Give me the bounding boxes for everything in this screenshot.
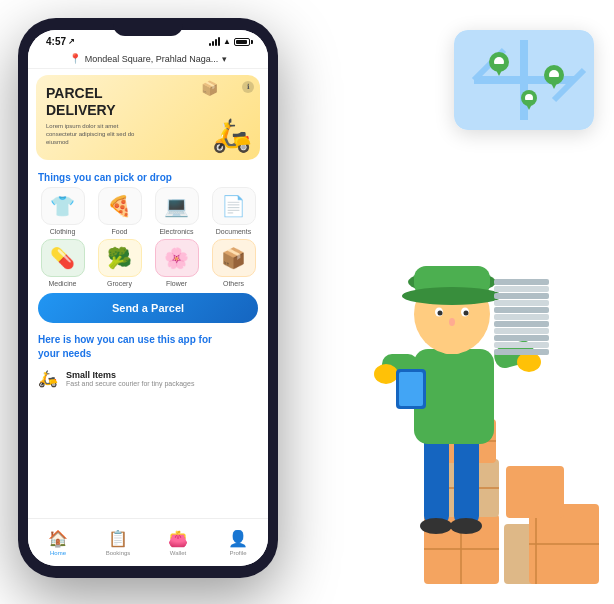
category-food[interactable]: 🍕 Food bbox=[93, 187, 146, 235]
category-grid-row1: 👕 Clothing 🍕 Food 💻 Electronics 📄 Docume… bbox=[28, 187, 268, 235]
scene: 4:57 ↗ ▲ 📍 Mondeal Square, Prahlad Naga.… bbox=[0, 0, 614, 604]
profile-icon: 👤 bbox=[228, 529, 248, 548]
category-documents[interactable]: 📄 Documents bbox=[207, 187, 260, 235]
things-section-title: Things you can pick or drop bbox=[28, 166, 268, 187]
grocery-icon: 🥦 bbox=[98, 239, 142, 277]
phone: 4:57 ↗ ▲ 📍 Mondeal Square, Prahlad Naga.… bbox=[18, 18, 278, 578]
svg-rect-44 bbox=[494, 286, 549, 292]
svg-rect-37 bbox=[494, 335, 549, 341]
category-medicine[interactable]: 💊 Medicine bbox=[36, 239, 89, 287]
wifi-icon: ▲ bbox=[223, 37, 231, 46]
medicine-label: Medicine bbox=[48, 280, 76, 287]
location-pin-icon: 📍 bbox=[69, 53, 81, 64]
nav-bookings-label: Bookings bbox=[106, 550, 131, 556]
others-icon: 📦 bbox=[212, 239, 256, 277]
food-label: Food bbox=[112, 228, 128, 235]
nav-profile[interactable]: 👤 Profile bbox=[208, 529, 268, 556]
medicine-icon: 💊 bbox=[41, 239, 85, 277]
nav-home[interactable]: 🏠 Home bbox=[28, 529, 88, 556]
svg-point-21 bbox=[374, 364, 398, 384]
flower-label: Flower bbox=[166, 280, 187, 287]
clothing-icon: 👕 bbox=[41, 187, 85, 225]
food-icon: 🍕 bbox=[98, 187, 142, 225]
small-items-row: 🛵 Small Items Fast and secure courier fo… bbox=[28, 365, 268, 396]
map-illustration bbox=[454, 30, 594, 130]
promo-banner: PARCELDELIVERY Lorem ipsum dolor sit ame… bbox=[36, 75, 260, 160]
electronics-icon: 💻 bbox=[155, 187, 199, 225]
info-icon[interactable]: ℹ bbox=[242, 81, 254, 93]
svg-rect-39 bbox=[494, 321, 549, 327]
small-items-title: Small Items bbox=[66, 370, 194, 380]
delivery-person-illustration bbox=[344, 194, 554, 574]
nav-wallet[interactable]: 👛 Wallet bbox=[148, 529, 208, 556]
notch bbox=[113, 18, 183, 36]
svg-point-17 bbox=[450, 518, 482, 534]
battery-icon bbox=[234, 38, 250, 46]
grocery-label: Grocery bbox=[107, 280, 132, 287]
svg-point-27 bbox=[402, 287, 502, 305]
clothing-label: Clothing bbox=[50, 228, 76, 235]
map-card bbox=[454, 30, 594, 130]
category-electronics[interactable]: 💻 Electronics bbox=[150, 187, 203, 235]
bottom-navigation: 🏠 Home 📋 Bookings 👛 Wallet 👤 Profile bbox=[28, 518, 268, 566]
svg-rect-36 bbox=[494, 342, 549, 348]
small-items-desc: Fast and secure courier for tiny package… bbox=[66, 380, 194, 387]
nav-home-label: Home bbox=[50, 550, 66, 556]
status-icons: ▲ bbox=[209, 37, 250, 46]
svg-rect-45 bbox=[494, 279, 549, 285]
arrow-icon: ↗ bbox=[68, 37, 75, 46]
category-grocery[interactable]: 🥦 Grocery bbox=[93, 239, 146, 287]
svg-rect-41 bbox=[494, 307, 549, 313]
small-items-text: Small Items Fast and secure courier for … bbox=[66, 370, 194, 387]
screen-content[interactable]: PARCELDELIVERY Lorem ipsum dolor sit ame… bbox=[28, 69, 268, 543]
documents-label: Documents bbox=[216, 228, 251, 235]
send-parcel-button[interactable]: Send a Parcel bbox=[38, 293, 258, 323]
category-flower[interactable]: 🌸 Flower bbox=[150, 239, 203, 287]
boxes-illustration: 📦 bbox=[201, 80, 218, 96]
svg-rect-15 bbox=[454, 434, 479, 524]
category-clothing[interactable]: 👕 Clothing bbox=[36, 187, 89, 235]
documents-icon: 📄 bbox=[212, 187, 256, 225]
nav-bookings[interactable]: 📋 Bookings bbox=[88, 529, 148, 556]
svg-rect-40 bbox=[494, 314, 549, 320]
phone-screen: 4:57 ↗ ▲ 📍 Mondeal Square, Prahlad Naga.… bbox=[28, 30, 268, 566]
location-text: Mondeal Square, Prahlad Naga... bbox=[85, 54, 219, 64]
svg-rect-38 bbox=[494, 328, 549, 334]
svg-point-31 bbox=[464, 311, 469, 316]
wallet-icon: 👛 bbox=[168, 529, 188, 548]
small-items-icon: 🛵 bbox=[38, 369, 58, 388]
banner-title: PARCELDELIVERY bbox=[46, 85, 250, 119]
svg-rect-14 bbox=[424, 434, 449, 524]
home-icon: 🏠 bbox=[48, 529, 68, 548]
scooter-illustration: 🛵 bbox=[212, 116, 252, 154]
flower-icon: 🌸 bbox=[155, 239, 199, 277]
chevron-down-icon: ▾ bbox=[222, 54, 227, 64]
others-label: Others bbox=[223, 280, 244, 287]
svg-point-16 bbox=[420, 518, 452, 534]
bookings-icon: 📋 bbox=[108, 529, 128, 548]
nav-wallet-label: Wallet bbox=[170, 550, 186, 556]
svg-point-30 bbox=[438, 311, 443, 316]
svg-rect-43 bbox=[494, 293, 549, 299]
banner-subtitle: Lorem ipsum dolor sit amet consectetur a… bbox=[46, 122, 136, 147]
electronics-label: Electronics bbox=[159, 228, 193, 235]
svg-rect-34 bbox=[399, 372, 423, 406]
category-grid-row2: 💊 Medicine 🥦 Grocery 🌸 Flower 📦 Others bbox=[28, 239, 268, 287]
how-section-title: Here is how you can use this app foryour… bbox=[28, 329, 268, 365]
nav-profile-label: Profile bbox=[229, 550, 246, 556]
location-bar[interactable]: 📍 Mondeal Square, Prahlad Naga... ▾ bbox=[28, 49, 268, 69]
status-time: 4:57 bbox=[46, 36, 66, 47]
svg-rect-35 bbox=[494, 349, 549, 355]
svg-rect-42 bbox=[494, 300, 549, 306]
signal-icon bbox=[209, 38, 220, 46]
category-others[interactable]: 📦 Others bbox=[207, 239, 260, 287]
svg-point-32 bbox=[449, 318, 455, 326]
